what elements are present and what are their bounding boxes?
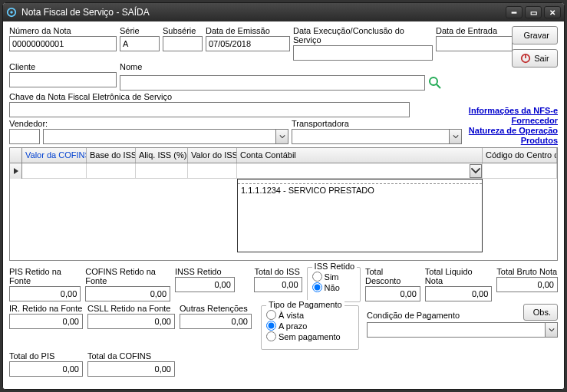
data-emissao-label: Data de Emissão — [206, 26, 290, 35]
data-execucao-label: Data Execução/Conclusão do Serviço — [293, 26, 433, 44]
csll-retido-input[interactable] — [87, 314, 175, 329]
total-iss-label: Total do ISS — [254, 267, 302, 276]
cell-codigo-centro[interactable] — [483, 163, 557, 179]
data-entrada-input[interactable] — [436, 36, 513, 51]
total-bruto-label: Total Bruto Nota — [496, 267, 558, 276]
col-base-iss[interactable]: Base do ISS — [87, 148, 136, 163]
cofins-retido-label: COFINS Retido na Fonte — [85, 267, 170, 285]
tipo-pag-sem[interactable]: Sem pagamento — [266, 331, 354, 341]
window-title: Nota Fiscal de Serviço - SAÍDA — [21, 7, 503, 18]
link-natureza[interactable]: Natureza de Operação — [469, 126, 558, 135]
col-aliq-iss[interactable]: Aliq. ISS (%) — [136, 148, 188, 163]
row-indicator — [10, 163, 22, 179]
cell-aliq-iss[interactable] — [136, 163, 188, 179]
link-info-nfse[interactable]: Informações da NFS-e — [469, 106, 558, 115]
inss-retido-input[interactable] — [175, 277, 235, 292]
condicao-pag-select[interactable] — [367, 322, 558, 338]
vendedor-code-input[interactable] — [9, 129, 40, 144]
inss-retido-label: INSS Retido — [175, 267, 235, 276]
conta-contabil-dropdown[interactable]: 1.1.1.1234 - SERVICO PRESTADO — [237, 179, 483, 252]
total-desconto-label: Total Desconto — [365, 267, 420, 285]
total-cofins-label: Total da COFINS — [87, 351, 175, 361]
numero-nota-input[interactable] — [9, 36, 117, 51]
cliente-input[interactable] — [9, 72, 117, 87]
links-panel: Informações da NFS-e Fornecedor Natureza… — [469, 106, 558, 146]
numero-nota-label: Número da Nota — [9, 26, 117, 35]
data-emissao-input[interactable] — [206, 36, 290, 51]
close-button[interactable]: ✕ — [544, 6, 561, 18]
serie-input[interactable] — [120, 36, 160, 51]
transportadora-input[interactable] — [292, 130, 449, 143]
transportadora-select[interactable] — [292, 129, 462, 144]
subserie-label: Subsérie — [163, 26, 203, 35]
chave-label: Chave da Nota Fiscal Eletrônica de Servi… — [9, 92, 410, 101]
iss-retido-sim[interactable]: Sim — [312, 272, 355, 282]
total-desconto-input[interactable] — [365, 286, 420, 301]
items-grid[interactable]: Valor da COFINS Base do ISS Aliq. ISS (%… — [9, 147, 558, 261]
search-icon — [428, 76, 442, 90]
pis-retido-input[interactable] — [9, 286, 81, 301]
minimize-button[interactable]: ━ — [506, 6, 522, 18]
tipo-pag-aprazo[interactable]: A prazo — [266, 321, 354, 331]
col-conta-contabil[interactable]: Conta Contábil — [237, 148, 483, 163]
search-cliente-button[interactable] — [428, 76, 442, 90]
ir-retido-input[interactable] — [9, 314, 83, 329]
csll-retido-label: CSLL Retido na Fonte — [87, 304, 175, 313]
outras-ret-input[interactable] — [180, 314, 252, 329]
chave-input[interactable] — [9, 102, 410, 117]
condicao-pag-input[interactable] — [368, 324, 545, 336]
tipo-pagamento-title: Tipo de Pagamento — [266, 300, 344, 309]
chevron-down-icon[interactable] — [545, 323, 557, 337]
data-entrada-label: Data de Entrada — [436, 26, 513, 35]
cell-valor-cofins[interactable] — [22, 163, 87, 179]
total-liquido-input[interactable] — [425, 286, 492, 301]
col-codigo-centro[interactable]: Código do Centro de Cu — [483, 148, 557, 163]
table-row[interactable] — [10, 163, 557, 179]
sair-button[interactable]: Sair — [512, 49, 558, 68]
vendedor-input[interactable] — [44, 130, 275, 143]
chevron-down-icon[interactable] — [470, 164, 482, 178]
nome-input[interactable] — [120, 75, 425, 91]
transportadora-label: Transportadora — [292, 119, 462, 128]
svg-line-8 — [437, 84, 440, 88]
obs-button[interactable]: Obs. — [523, 304, 558, 321]
conta-contabil-input[interactable] — [237, 166, 470, 176]
nome-label: Nome — [120, 62, 442, 71]
link-fornecedor[interactable]: Fornecedor — [469, 116, 558, 125]
col-valor-cofins[interactable]: Valor da COFINS — [22, 148, 87, 163]
link-produtos[interactable]: Produtos — [469, 136, 558, 145]
condicao-pag-label: Condição de Pagamento — [367, 311, 460, 320]
data-execucao-input[interactable] — [293, 45, 433, 61]
app-icon — [6, 7, 17, 18]
cell-valor-iss[interactable] — [188, 163, 237, 179]
dropdown-item[interactable]: 1.1.1.1234 - SERVICO PRESTADO — [238, 184, 482, 196]
chevron-down-icon[interactable] — [275, 130, 288, 143]
power-icon — [520, 53, 531, 64]
grid-corner — [10, 148, 22, 163]
total-iss-input[interactable] — [254, 277, 302, 292]
col-valor-iss[interactable]: Valor do ISS — [188, 148, 237, 163]
outras-ret-label: Outras Retenções — [180, 304, 252, 313]
sair-label: Sair — [534, 54, 549, 63]
ir-retido-label: IR. Retido na Fonte — [9, 304, 83, 313]
vendedor-select[interactable] — [43, 129, 288, 144]
chevron-down-icon[interactable] — [449, 130, 461, 143]
cell-conta-contabil[interactable] — [237, 163, 483, 179]
maximize-button[interactable]: ▭ — [525, 6, 542, 18]
cofins-retido-input[interactable] — [85, 286, 170, 301]
gravar-button[interactable]: Gravar — [512, 26, 558, 44]
total-pis-input[interactable] — [9, 361, 83, 377]
vendedor-label: Vendedor: — [9, 119, 40, 128]
titlebar: Nota Fiscal de Serviço - SAÍDA ━ ▭ ✕ — [3, 3, 564, 21]
iss-retido-nao[interactable]: Não — [312, 282, 355, 292]
pis-retido-label: PIS Retido na Fonte — [9, 267, 81, 285]
total-bruto-input[interactable] — [496, 277, 558, 292]
iss-retido-title: ISS Retido — [312, 262, 358, 271]
total-liquido-label: Total Liquido Nota — [425, 267, 492, 285]
subserie-input[interactable] — [163, 36, 203, 51]
svg-point-7 — [430, 77, 437, 85]
cliente-label: Cliente — [9, 62, 117, 71]
tipo-pag-avista[interactable]: À vista — [266, 310, 354, 320]
total-cofins-input[interactable] — [87, 361, 175, 377]
cell-base-iss[interactable] — [87, 163, 136, 179]
